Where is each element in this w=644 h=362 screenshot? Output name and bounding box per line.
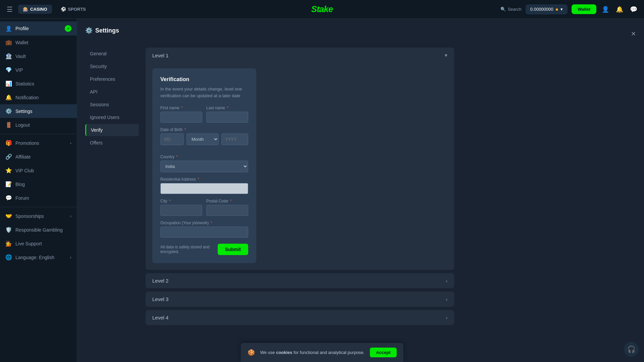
dob-day-input[interactable] bbox=[160, 133, 184, 145]
level1-body: Verification In the event your details c… bbox=[146, 63, 454, 270]
sports-icon: ⚽ bbox=[61, 7, 66, 12]
sidebar-item-logout[interactable]: 🚪 Logout bbox=[0, 118, 77, 132]
sidebar-item-promotions[interactable]: 🎁 Promotions › bbox=[0, 136, 77, 150]
cookie-icon: 🍪 bbox=[248, 349, 255, 356]
main-content: ⚙️ Settings ✕ General Security Preferenc… bbox=[77, 19, 644, 362]
first-name-input[interactable] bbox=[160, 112, 202, 123]
sidebar-item-label: VIP Club bbox=[15, 168, 34, 173]
settings-nav-ignored-users[interactable]: Ignored Users bbox=[85, 111, 139, 123]
sidebar-divider bbox=[0, 134, 77, 134]
dob-year-input[interactable] bbox=[221, 133, 248, 145]
search-area[interactable]: 🔍 Search bbox=[500, 7, 522, 12]
chat-icon[interactable]: 💬 bbox=[629, 4, 639, 14]
settings-nav-sessions[interactable]: Sessions bbox=[85, 99, 139, 111]
main-layout: 👤 Profile ✓ 💼 Wallet 🏦 Vault 💎 VIP 📊 Sta… bbox=[0, 19, 644, 362]
settings-nav-general[interactable]: General bbox=[85, 48, 139, 60]
settings-nav-security[interactable]: Security bbox=[85, 60, 139, 72]
sidebar-item-label: Forum bbox=[15, 195, 29, 201]
casino-button[interactable]: 🎰 CASINO bbox=[18, 5, 52, 14]
address-input[interactable] bbox=[160, 183, 248, 194]
menu-icon[interactable]: ☰ bbox=[5, 4, 14, 15]
sports-button[interactable]: ⚽ SPORTS bbox=[56, 5, 91, 14]
postal-group: Postal Code * bbox=[206, 199, 248, 216]
sidebar-item-label: Affiliate bbox=[15, 154, 31, 160]
sidebar-item-notification[interactable]: 🔔 Notification bbox=[0, 90, 77, 104]
sidebar-item-live-support[interactable]: 💁 Live Support bbox=[0, 237, 77, 250]
verification-title: Verification bbox=[160, 76, 248, 82]
sidebar-item-label: Responsible Gambling bbox=[15, 227, 63, 233]
occupation-label: Occupation (Your job/work) * bbox=[160, 221, 248, 225]
responsible-gambling-icon: 🛡️ bbox=[5, 227, 12, 233]
wallet-button[interactable]: Wallet bbox=[572, 4, 596, 14]
sidebar-item-vault[interactable]: 🏦 Vault bbox=[0, 49, 77, 63]
level1-section: Level 1 ▾ Verification In the event your… bbox=[146, 48, 454, 270]
level2-header[interactable]: Level 2 ‹ bbox=[146, 273, 454, 288]
level4-header[interactable]: Level 4 ‹ bbox=[146, 310, 454, 325]
country-select[interactable]: India bbox=[160, 161, 248, 172]
notifications-icon[interactable]: 🔔 bbox=[614, 4, 625, 14]
level3-chevron-icon: ‹ bbox=[446, 296, 447, 302]
settings-nav-verify[interactable]: Verify bbox=[85, 124, 139, 136]
chevron-right-icon: › bbox=[70, 214, 71, 219]
sidebar-item-label: Blog bbox=[15, 182, 25, 187]
sidebar-item-affiliate[interactable]: 🔗 Affiliate bbox=[0, 150, 77, 164]
sponsorships-icon: 🤝 bbox=[5, 213, 12, 219]
sidebar-item-label: VIP bbox=[15, 67, 23, 73]
sidebar-item-sponsorships[interactable]: 🤝 Sponsorships › bbox=[0, 209, 77, 223]
sidebar-item-label: Logout bbox=[15, 122, 30, 128]
wallet-icon: 💼 bbox=[5, 39, 12, 46]
settings-icon: ⚙️ bbox=[5, 108, 12, 114]
dob-row: Month JanuaryFebruaryMarchAprilMayJuneJu… bbox=[160, 133, 248, 145]
sidebar-item-vip[interactable]: 💎 VIP bbox=[0, 63, 77, 77]
sidebar-item-language[interactable]: 🌐 Language: English › bbox=[0, 250, 77, 264]
sidebar-item-label: Vault bbox=[15, 54, 26, 59]
sidebar-item-settings[interactable]: ⚙️ Settings bbox=[0, 104, 77, 118]
sidebar-item-profile[interactable]: 👤 Profile ✓ bbox=[0, 21, 77, 36]
settings-container: General Security Preferences API Session… bbox=[85, 48, 454, 328]
casino-label: CASINO bbox=[30, 7, 47, 12]
settings-nav: General Security Preferences API Session… bbox=[85, 48, 139, 328]
settings-nav-offers[interactable]: Offers bbox=[85, 137, 139, 149]
vip-icon: 💎 bbox=[5, 67, 12, 73]
balance-button[interactable]: 0.00000000 ● ▾ bbox=[526, 4, 568, 14]
last-name-input[interactable] bbox=[206, 112, 248, 123]
postal-label: Postal Code * bbox=[206, 199, 248, 203]
dob-month-select[interactable]: Month JanuaryFebruaryMarchAprilMayJuneJu… bbox=[186, 133, 219, 145]
submit-button[interactable]: Submit bbox=[218, 244, 248, 255]
sidebar-item-label: Statistics bbox=[15, 81, 34, 86]
postal-input[interactable] bbox=[206, 205, 248, 216]
profile-badge: ✓ bbox=[65, 25, 71, 32]
sidebar-item-wallet[interactable]: 💼 Wallet bbox=[0, 36, 77, 49]
sidebar-item-vip-club[interactable]: ⭐ VIP Club bbox=[0, 164, 77, 177]
vault-icon: 🏦 bbox=[5, 53, 12, 59]
city-input[interactable] bbox=[160, 205, 202, 216]
level3-header[interactable]: Level 3 ‹ bbox=[146, 292, 454, 307]
sidebar-item-forum[interactable]: 💬 Forum bbox=[0, 191, 77, 205]
live-support-button[interactable]: 🎧 bbox=[624, 342, 639, 357]
level4-section: Level 4 ‹ bbox=[146, 310, 454, 325]
city-postal-row: City * Postal Code * bbox=[160, 199, 248, 216]
cookie-text: We use cookies for functional and analyt… bbox=[260, 350, 365, 355]
verification-description: In the event your details change, level … bbox=[160, 86, 248, 99]
settings-close-icon[interactable]: ✕ bbox=[631, 31, 636, 37]
sports-label: SPORTS bbox=[68, 7, 86, 12]
occupation-input[interactable] bbox=[160, 227, 248, 238]
sidebar-item-responsible-gambling[interactable]: 🛡️ Responsible Gambling bbox=[0, 223, 77, 237]
balance-dropdown-icon: ▾ bbox=[560, 7, 563, 12]
sidebar-item-label: Promotions bbox=[15, 140, 39, 146]
chevron-right-icon: › bbox=[70, 141, 71, 145]
city-label: City * bbox=[160, 199, 202, 203]
last-name-group: Last name * bbox=[206, 106, 248, 123]
sidebar-item-statistics[interactable]: 📊 Statistics bbox=[0, 77, 77, 90]
sidebar: 👤 Profile ✓ 💼 Wallet 🏦 Vault 💎 VIP 📊 Sta… bbox=[0, 19, 77, 362]
name-row: First name * Last name * bbox=[160, 106, 248, 123]
sidebar-item-label: Language: English bbox=[15, 255, 54, 260]
settings-nav-preferences[interactable]: Preferences bbox=[85, 73, 139, 85]
level1-header[interactable]: Level 1 ▾ bbox=[146, 48, 454, 63]
user-icon[interactable]: 👤 bbox=[600, 4, 610, 14]
level1-label: Level 1 bbox=[152, 53, 168, 58]
cookie-accept-button[interactable]: Accept bbox=[370, 348, 396, 357]
settings-nav-api[interactable]: API bbox=[85, 86, 139, 98]
sidebar-item-blog[interactable]: 📝 Blog bbox=[0, 177, 77, 191]
settings-title: Settings bbox=[95, 27, 119, 34]
